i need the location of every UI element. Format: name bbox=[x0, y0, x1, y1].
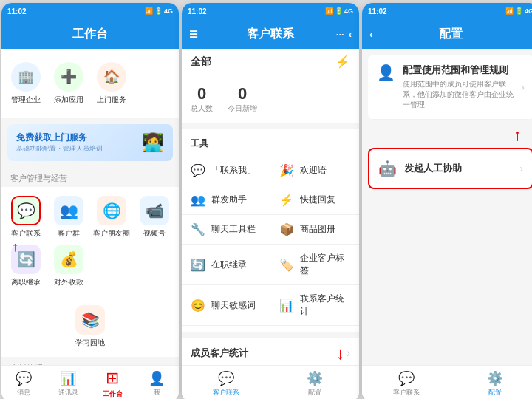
today-stat: 0 今日新增 bbox=[228, 84, 257, 114]
time-2: 11:02 bbox=[188, 7, 207, 16]
cust-group[interactable]: 👥 客户群 bbox=[47, 193, 90, 242]
tool-icon: 📦 bbox=[279, 222, 294, 236]
tool-welcome[interactable]: 🎉 欢迎语 bbox=[270, 156, 359, 185]
battery-3: 🔋 bbox=[515, 7, 523, 15]
config-tab-icon: ⚙️ bbox=[307, 370, 323, 386]
signal-1: 📶 bbox=[145, 7, 153, 15]
chevron-right-icon: › bbox=[347, 347, 350, 360]
icon-label: 上门服务 bbox=[97, 95, 126, 105]
members-row[interactable]: 成员客户统计 › bbox=[182, 338, 359, 365]
icon-label: 添加应用 bbox=[54, 95, 83, 105]
icon-manage-enterprise[interactable]: 🏢 管理企业 bbox=[4, 58, 47, 109]
tool-sensitive[interactable]: 😊 聊天敏感词 bbox=[182, 285, 270, 326]
red-arrow-1: ↑ bbox=[12, 239, 18, 255]
tool-tags[interactable]: 🏷️ 企业客户标签 bbox=[270, 245, 359, 285]
icon-home-service[interactable]: 🏠 上门服务 bbox=[90, 58, 133, 109]
tool-icon: 😊 bbox=[191, 299, 205, 313]
workbench-content: 🏢 管理企业 ➕ 添加应用 🏠 上门服务 免费获取上门服务 基础功能配置・管理人… bbox=[1, 49, 179, 365]
cust-resign[interactable]: 🔄 离职继承 bbox=[4, 242, 47, 290]
nav-title-2: 客户联系 bbox=[247, 27, 294, 42]
tab-label: 客户联系 bbox=[393, 388, 420, 398]
top-icon-grid: 🏢 管理企业 ➕ 添加应用 🏠 上门服务 bbox=[1, 49, 179, 118]
tool-icon: 🔧 bbox=[191, 222, 205, 236]
tool-contact-me[interactable]: 💬 「联系我」 bbox=[182, 156, 270, 185]
stats-row: 0 总人数 0 今日新增 bbox=[182, 75, 359, 123]
dots-icon[interactable]: ··· bbox=[336, 29, 344, 40]
cust-learn-row: 📚 学习园地 bbox=[1, 296, 179, 357]
tools-title: 工具 bbox=[182, 134, 359, 156]
tab-customer-contact-3[interactable]: 💬 客户联系 bbox=[362, 370, 451, 398]
cust-video[interactable]: 📹 视频号 bbox=[133, 193, 176, 242]
scope-title: 配置使用范围和管理规则 bbox=[403, 64, 514, 77]
cust-label: 对外收款 bbox=[54, 277, 83, 287]
cust-label: 视频号 bbox=[143, 228, 166, 239]
phone-config: 11:02 📶 🔋 4G ‹ 配置 👤 配置使用范围和管理规则 使 bbox=[362, 3, 532, 399]
battery-1: 🔋 bbox=[154, 7, 163, 15]
tool-label: 「联系我」 bbox=[211, 164, 256, 177]
back-icon[interactable]: ‹ bbox=[349, 29, 352, 40]
tool-stats[interactable]: 📊 联系客户统计 bbox=[270, 285, 359, 326]
tool-label: 联系客户统计 bbox=[300, 293, 350, 318]
tool-icon: 🏷️ bbox=[279, 258, 294, 272]
tool-inherit[interactable]: 🔄 在职继承 bbox=[182, 245, 270, 285]
workbench-icon: ⊞ bbox=[106, 369, 119, 388]
tool-icon: 📊 bbox=[279, 299, 294, 313]
config-content: 👤 配置使用范围和管理规则 使用范围中的成员可使用客户联系，他们添加的微信客户由… bbox=[362, 49, 532, 365]
nav-config: ‹ 配置 bbox=[362, 19, 532, 49]
banner-subtitle: 基础功能配置・管理人员培训 bbox=[16, 144, 103, 154]
icon-add-app[interactable]: ➕ 添加应用 bbox=[47, 58, 90, 109]
tool-quick-reply[interactable]: ⚡ 快捷回复 bbox=[270, 185, 359, 215]
tab-me[interactable]: 👤 我 bbox=[134, 370, 179, 398]
members-label: 成员客户统计 bbox=[191, 347, 248, 360]
assist-icon: 🤖 bbox=[378, 160, 397, 177]
banner-title: 免费获取上门服务 bbox=[16, 132, 103, 144]
filter-label[interactable]: 全部 bbox=[191, 55, 211, 69]
tool-catalog[interactable]: 📦 商品图册 bbox=[270, 215, 359, 245]
tab-label: 消息 bbox=[17, 388, 30, 398]
tab-contacts[interactable]: 📊 通讯录 bbox=[46, 370, 90, 398]
cust-label: 客户群 bbox=[58, 228, 80, 239]
cust-contact[interactable]: 💬 客户联系 ↑ bbox=[4, 193, 47, 242]
cust-learn[interactable]: 📚 学习园地 bbox=[4, 302, 176, 351]
cust-label: 离职继承 bbox=[11, 277, 41, 287]
cust-payment[interactable]: 💰 对外收款 bbox=[47, 242, 90, 290]
arrow-wrapper: ↑ bbox=[368, 126, 532, 145]
config-scope[interactable]: 👤 配置使用范围和管理规则 使用范围中的成员可使用客户联系，他们添加的微信客户由… bbox=[368, 55, 532, 120]
tab-config[interactable]: ⚙️ 配置 bbox=[270, 370, 359, 398]
config-tab-icon-3: ⚙️ bbox=[487, 370, 503, 386]
phone-customer-contact: 11:02 📶 🔋 4G ☰ 客户联系 ··· ‹ 全部 ⚡ bbox=[182, 3, 359, 399]
message-icon: 💬 bbox=[16, 370, 32, 386]
tool-icon: ⚡ bbox=[279, 193, 294, 207]
menu-icon[interactable]: ☰ bbox=[189, 29, 198, 40]
config-card-2: 🤖 发起人工协助 › bbox=[368, 148, 532, 189]
total-label: 总人数 bbox=[191, 103, 213, 114]
time-1: 11:02 bbox=[7, 7, 27, 16]
tool-label: 企业客户标签 bbox=[300, 252, 350, 277]
signal-3: 📶 bbox=[505, 7, 514, 15]
tool-label: 快捷回复 bbox=[300, 194, 335, 206]
back-icon-3[interactable]: ‹ bbox=[369, 29, 372, 40]
network-3: 4G bbox=[525, 7, 532, 15]
tab-label: 客户联系 bbox=[213, 388, 239, 398]
tool-label: 在职继承 bbox=[211, 259, 247, 271]
contacts-icon: 📊 bbox=[60, 370, 76, 386]
tab-messages[interactable]: 💬 消息 bbox=[1, 370, 46, 398]
tab-config-3[interactable]: ⚙️ 配置 bbox=[451, 370, 532, 398]
customer-grid: 💬 客户联系 ↑ 👥 客户群 🌐 客户朋友圈 📹 视频号 bbox=[1, 187, 179, 296]
tool-broadcast[interactable]: 👥 群发助手 bbox=[182, 185, 270, 215]
filter-icon[interactable]: ⚡ bbox=[335, 55, 350, 69]
tab-customer-contact[interactable]: 💬 客户联系 bbox=[182, 370, 270, 398]
banner[interactable]: 免费获取上门服务 基础功能配置・管理人员培训 👩‍💻 bbox=[7, 124, 173, 161]
tool-chat-toolbar[interactable]: 🔧 聊天工具栏 bbox=[182, 215, 270, 245]
tool-label: 聊天敏感词 bbox=[211, 299, 256, 312]
cust-moments[interactable]: 🌐 客户朋友圈 bbox=[90, 193, 133, 242]
tab-label: 配置 bbox=[308, 388, 321, 398]
tab-workbench[interactable]: ⊞ 工作台 bbox=[90, 369, 134, 399]
internal-title: 内部管理 bbox=[1, 357, 179, 365]
tool-label: 群发助手 bbox=[211, 194, 247, 206]
tool-label: 商品图册 bbox=[300, 223, 335, 236]
config-assist[interactable]: 🤖 发起人工协助 › bbox=[369, 149, 532, 188]
tool-icon: 🔄 bbox=[191, 258, 205, 272]
filter-bar: 全部 ⚡ bbox=[182, 49, 359, 75]
network-1: 4G bbox=[164, 7, 173, 15]
